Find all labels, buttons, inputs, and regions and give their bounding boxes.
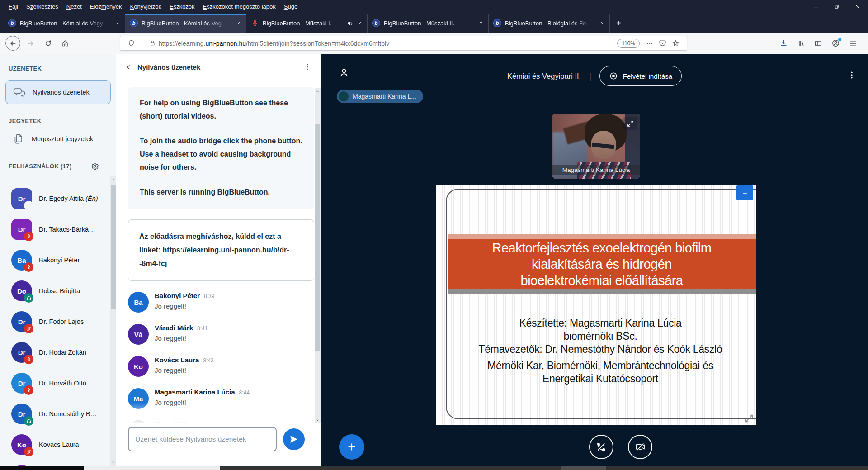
webcam-video[interactable]: Magasmarti Karina Lúcia: [552, 114, 640, 179]
public-chat-label: Nyilvános üzenetek: [33, 89, 90, 96]
menu-item[interactable]: Könyvjelzők: [126, 0, 165, 14]
users-settings-gear-icon[interactable]: [90, 162, 99, 171]
tab-close-icon[interactable]: [599, 20, 605, 26]
user-list-item[interactable]: Ko Kovács Laura: [0, 429, 110, 460]
tab-audio-icon[interactable]: [347, 20, 354, 27]
scroll-up-icon[interactable]: ⌃: [315, 89, 321, 95]
library-icon[interactable]: [797, 39, 805, 47]
active-talker-pill[interactable]: Magasmarti Karina L...: [337, 90, 423, 103]
chat-message-input[interactable]: [128, 427, 277, 451]
scrollbar-thumb[interactable]: [111, 185, 116, 309]
menu-item[interactable]: Fájl: [5, 0, 22, 14]
user-name: Kovács Laura: [39, 441, 79, 448]
message-time: 8:44: [239, 389, 250, 396]
webcam-fullscreen-icon[interactable]: [623, 117, 637, 130]
home-button[interactable]: [57, 35, 74, 52]
menu-item[interactable]: Előzmények: [86, 0, 126, 14]
message-text: Jó reggelt!: [155, 334, 208, 342]
user-status-badge: [24, 385, 33, 395]
tab-close-icon[interactable]: [236, 20, 241, 26]
browser-tab[interactable]: b BigBlueButton - Műszaki II.: [367, 14, 488, 33]
window-minimize-icon[interactable]: [806, 0, 826, 14]
user-list-item[interactable]: Dr Dr. Hodai Zoltán: [0, 337, 110, 368]
tab-close-icon[interactable]: [478, 20, 484, 26]
share-webcam-button[interactable]: [628, 435, 652, 459]
lock-icon[interactable]: [149, 40, 156, 47]
sidebar-toggle-icon[interactable]: [814, 39, 822, 47]
message-time: 8:39: [204, 293, 214, 299]
pocket-icon[interactable]: [659, 39, 666, 47]
tab-close-icon[interactable]: [115, 20, 120, 26]
minimize-presentation-button[interactable]: [736, 185, 753, 200]
user-list-item[interactable]: Do Dobsa Brigitta: [0, 275, 110, 306]
avatar: Dr: [11, 373, 32, 394]
hamburger-menu-icon[interactable]: [849, 39, 857, 47]
browser-tab[interactable]: b BigBlueButton - Kémiai és Vegy: [4, 14, 125, 33]
user-list-item[interactable]: Dr Dr. Fodor Lajos: [0, 306, 110, 337]
users-section-header-row: FELHASZNÁLÓK (17): [9, 162, 99, 171]
user-list-scrollbar[interactable]: ⌃ ⌄: [110, 176, 116, 466]
account-icon[interactable]: [831, 39, 840, 47]
page-actions-icon[interactable]: [646, 40, 653, 47]
user-list-item[interactable]: Dr Dr. Egedy Attila(Én): [0, 183, 110, 214]
url-text[interactable]: https://elearning.uni-pannon.hu/html5cli…: [159, 40, 613, 47]
bbb-main-area: Kémiai és Vegyipari II. | Felvétel indít…: [321, 54, 868, 466]
chat-scrollbar[interactable]: ⌃ ⌄: [315, 88, 321, 423]
tab-close-icon[interactable]: [357, 20, 363, 26]
presentation-slide[interactable]: Reaktorfejlesztés exoelektrogén biofilmk…: [436, 185, 756, 425]
actions-plus-button[interactable]: [339, 434, 364, 460]
meeting-title: Kémiai és Vegyipari II.: [507, 72, 581, 81]
tracking-shield-icon[interactable]: [127, 39, 135, 47]
browser-tab[interactable]: b BigBlueButton - Kémiai és Veg: [125, 14, 246, 33]
user-list-item[interactable]: Ba Bakonyi Péter: [0, 245, 110, 275]
chat-message: Ba Bakonyi Péter8:39 Jó reggelt!: [128, 292, 314, 313]
presentation-fullscreen-icon[interactable]: [744, 413, 754, 423]
meeting-options-kebab-icon[interactable]: [847, 71, 856, 80]
menu-item[interactable]: Szerkesztés: [22, 0, 62, 14]
menu-item[interactable]: Eszközöket megosztó lapok: [199, 0, 280, 14]
reload-button[interactable]: [39, 35, 57, 52]
url-bar[interactable]: https://elearning.uni-pannon.hu/html5cli…: [120, 36, 687, 51]
window-close-icon[interactable]: [847, 0, 868, 14]
minus-icon: [741, 190, 749, 197]
forward-button[interactable]: [22, 35, 39, 52]
menu-item[interactable]: Súgó: [280, 0, 302, 14]
sidebar-item-public-chat[interactable]: Nyilvános üzenetek: [5, 80, 111, 104]
user-list-item[interactable]: Dr Dr. Takács-Bárká…: [0, 214, 110, 245]
scroll-down-icon[interactable]: ⌄: [110, 458, 116, 464]
send-message-button[interactable]: [283, 428, 305, 450]
avatar: Dr: [11, 219, 32, 240]
downloads-icon[interactable]: [779, 39, 788, 47]
avatar: Ko: [128, 356, 149, 377]
user-status-badge: [24, 262, 33, 272]
user-name: Dr. Fodor Lajos: [39, 318, 84, 325]
browser-tab[interactable]: b BigBlueButton - Műszaki I.: [246, 14, 367, 33]
menu-item[interactable]: Eszközök: [165, 0, 199, 14]
start-recording-button[interactable]: Felvétel indítása: [599, 66, 682, 86]
taskbar-start-segment: [0, 466, 84, 470]
back-button[interactable]: [5, 36, 20, 51]
zoom-level-badge[interactable]: 110%: [617, 39, 640, 48]
bigbluebutton-link[interactable]: BigBlueButton: [217, 188, 268, 196]
tutorial-videos-link[interactable]: tutorial videos: [165, 112, 214, 120]
scroll-down-icon[interactable]: ⌄: [315, 416, 321, 422]
browser-tab[interactable]: b BigBlueButton - Biológiai és Fö: [488, 14, 609, 33]
chat-header: Nyilvános üzenetek: [116, 54, 321, 80]
user-list-item[interactable]: Dr Dr. Nemestóthy B…: [0, 399, 110, 429]
slide-body-line: Mérnöki Kar, Biomérnöki, Membrántechnoló…: [454, 359, 747, 372]
sidebar-item-shared-notes[interactable]: Megosztott jegyzetek: [5, 128, 111, 150]
user-status-badge: [24, 201, 33, 210]
join-audio-button[interactable]: [589, 435, 613, 459]
bookmark-star-icon[interactable]: [672, 39, 679, 47]
browser-tabbar: b BigBlueButton - Kémiai és Vegy b: [0, 14, 868, 33]
scroll-up-icon[interactable]: ⌃: [110, 177, 116, 184]
scrollbar-thumb[interactable]: [315, 124, 320, 351]
user-list-item[interactable]: [0, 460, 110, 466]
tab-favicon: b: [251, 19, 259, 27]
menu-item[interactable]: Nézet: [62, 0, 86, 14]
window-restore-icon[interactable]: [826, 0, 847, 14]
chat-options-kebab-icon[interactable]: [303, 63, 311, 71]
user-list-item[interactable]: Dr Dr. Horváth Ottó: [0, 368, 110, 399]
new-tab-button[interactable]: +: [609, 14, 627, 33]
chat-back-icon[interactable]: [125, 64, 132, 71]
